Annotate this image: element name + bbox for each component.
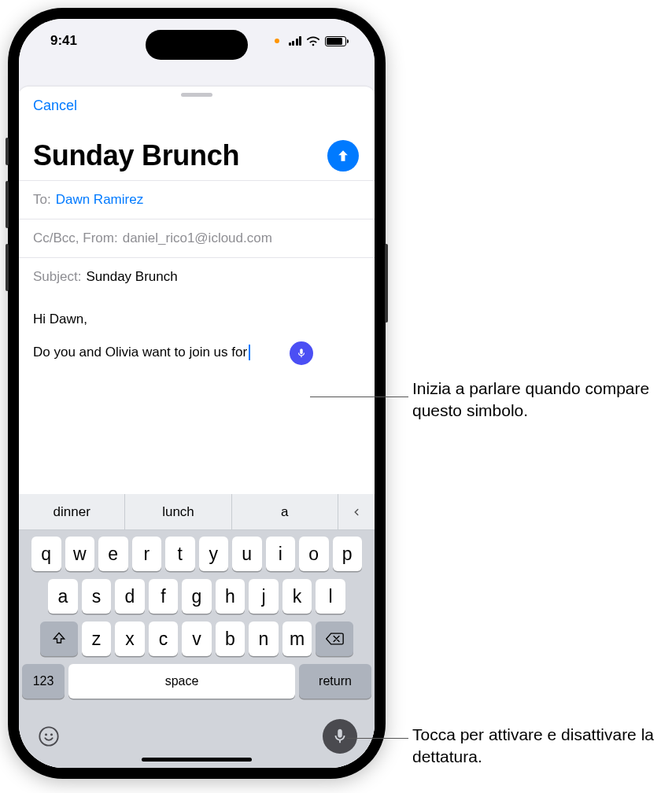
subject-label: Subject: [33, 269, 81, 285]
battery-icon [325, 36, 346, 46]
key-h[interactable]: h [216, 579, 246, 614]
key-123[interactable]: 123 [22, 664, 65, 699]
svg-point-2 [50, 733, 53, 736]
key-p[interactable]: p [333, 537, 363, 571]
svg-point-1 [45, 733, 47, 736]
key-return[interactable]: return [299, 664, 371, 699]
callout-dictation: Inizia a parlare quando compare questo s… [412, 378, 664, 422]
key-d[interactable]: d [115, 579, 145, 614]
from-value: daniel_rico1@icloud.com [123, 231, 272, 246]
key-s[interactable]: s [82, 579, 112, 614]
backspace-icon [325, 632, 344, 646]
key-y[interactable]: y [199, 537, 229, 571]
mic-in-use-dot [275, 39, 279, 43]
status-time: 9:41 [50, 33, 77, 49]
cc-label: Cc/Bcc, From: [33, 231, 118, 246]
emoji-button[interactable] [36, 724, 61, 749]
key-space[interactable]: space [68, 664, 295, 699]
keyboard: dinner lunch a q w e r t [19, 494, 375, 768]
chevron-left-icon [351, 507, 362, 518]
key-x[interactable]: x [115, 621, 145, 656]
suggestion-1[interactable]: dinner [19, 494, 125, 529]
callout-mic: Tocca per attivare e disattivare la dett… [412, 724, 656, 769]
key-backspace[interactable] [316, 621, 353, 656]
key-t[interactable]: t [165, 537, 195, 571]
side-button-mute [6, 138, 9, 165]
to-recipient[interactable]: Dawn Ramirez [56, 192, 143, 208]
compose-title: Sunday Brunch [33, 139, 239, 172]
key-f[interactable]: f [149, 579, 179, 614]
arrow-up-icon [335, 148, 351, 164]
screen: 9:41 Cancel Sunday Brunch [19, 19, 375, 768]
body-line-1: Hi Dawn, [33, 310, 360, 329]
key-w[interactable]: w [65, 537, 95, 571]
key-k[interactable]: k [282, 579, 312, 614]
side-button-power [385, 244, 388, 323]
message-body[interactable]: Hi Dawn, Do you and Olivia want to join … [19, 296, 375, 390]
subject-value: Sunday Brunch [86, 269, 177, 285]
dynamic-island [146, 30, 248, 60]
cellular-icon [289, 36, 302, 46]
emoji-icon [38, 725, 60, 747]
key-r[interactable]: r [132, 537, 162, 571]
key-z[interactable]: z [82, 621, 112, 656]
key-g[interactable]: g [182, 579, 212, 614]
key-o[interactable]: o [299, 537, 329, 571]
key-j[interactable]: j [249, 579, 279, 614]
suggestion-bar: dinner lunch a [19, 494, 375, 530]
callout-line-dictation [310, 396, 408, 397]
key-l[interactable]: l [316, 579, 345, 614]
sheet-grabber[interactable] [181, 93, 212, 97]
key-b[interactable]: b [216, 621, 246, 656]
dictation-indicator [290, 341, 313, 365]
key-shift[interactable] [40, 621, 78, 656]
compose-sheet: Cancel Sunday Brunch To: Dawn Ramirez Cc… [19, 87, 375, 768]
key-c[interactable]: c [149, 621, 179, 656]
cc-bcc-from-field[interactable]: Cc/Bcc, From: daniel_rico1@icloud.com [19, 219, 375, 257]
key-q[interactable]: q [31, 537, 61, 571]
send-button[interactable] [327, 140, 359, 172]
svg-point-0 [39, 727, 57, 745]
to-field[interactable]: To: Dawn Ramirez [19, 180, 375, 219]
suggestion-3[interactable]: a [232, 494, 338, 529]
body-line-2: Do you and Olivia want to join us for [33, 345, 247, 360]
home-indicator[interactable] [142, 758, 252, 762]
key-i[interactable]: i [266, 537, 296, 571]
key-row-2: a s d f g h j k l [22, 579, 371, 614]
wifi-icon [306, 36, 320, 46]
key-a[interactable]: a [48, 579, 78, 614]
cancel-button[interactable]: Cancel [33, 98, 77, 114]
iphone-frame: 9:41 Cancel Sunday Brunch [8, 8, 386, 779]
shift-icon [51, 631, 67, 647]
dictation-button[interactable] [323, 719, 357, 754]
key-row-1: q w e r t y u i o p [22, 537, 371, 571]
suggestion-2[interactable]: lunch [125, 494, 231, 529]
key-row-4: 123 space return [22, 664, 371, 699]
microphone-icon [296, 348, 307, 359]
suggestion-collapse[interactable] [338, 494, 375, 529]
to-label: To: [33, 192, 51, 208]
key-row-3: z x c v b n m [22, 621, 371, 656]
callout-line-mic [347, 738, 408, 739]
key-u[interactable]: u [232, 537, 262, 571]
subject-field[interactable]: Subject: Sunday Brunch [19, 257, 375, 296]
microphone-icon [331, 728, 349, 745]
key-e[interactable]: e [98, 537, 128, 571]
text-cursor [249, 345, 250, 360]
key-n[interactable]: n [249, 621, 279, 656]
key-m[interactable]: m [282, 621, 312, 656]
side-button-volume-down [6, 244, 9, 291]
key-v[interactable]: v [182, 621, 212, 656]
side-button-volume-up [6, 181, 9, 228]
